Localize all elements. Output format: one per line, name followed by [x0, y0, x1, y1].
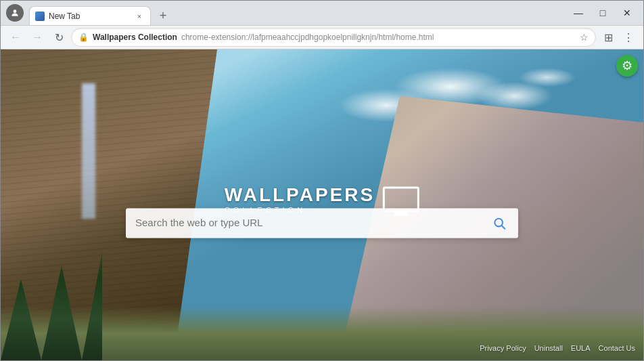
waterfall — [82, 83, 95, 219]
window-controls: — □ ✕ — [568, 5, 638, 21]
extensions-button[interactable]: ⊞ — [599, 28, 618, 47]
uninstall-link[interactable]: Uninstall — [534, 344, 563, 352]
tab-favicon — [35, 12, 45, 21]
settings-button[interactable]: ⚙ — [616, 55, 638, 77]
search-input[interactable] — [135, 217, 490, 228]
active-tab[interactable]: New Tab × — [29, 6, 151, 25]
search-container — [126, 208, 518, 238]
title-bar: New Tab × + — □ ✕ — [1, 1, 643, 25]
reload-button[interactable]: ↻ — [49, 28, 68, 47]
svg-line-2 — [502, 226, 505, 229]
settings-gear-icon: ⚙ — [622, 58, 632, 73]
secure-icon: 🔒 — [78, 33, 89, 42]
search-submit-button[interactable] — [490, 213, 509, 232]
new-tab-button[interactable]: + — [154, 6, 172, 25]
toolbar-right: ⊞ ⋮ — [599, 28, 638, 47]
close-button[interactable]: ✕ — [616, 5, 638, 21]
maximize-button[interactable]: □ — [592, 5, 614, 21]
menu-button[interactable]: ⋮ — [619, 28, 638, 47]
svg-point-0 — [14, 9, 17, 13]
contact-us-link[interactable]: Contact Us — [599, 344, 635, 352]
back-button[interactable]: ← — [6, 28, 25, 47]
main-content: ⚙ WALLPAPERS COLLECTION — [1, 49, 643, 360]
privacy-policy-link[interactable]: Privacy Policy — [480, 344, 526, 352]
minimize-button[interactable]: — — [568, 5, 589, 21]
url-display: chrome-extension://lafpmeaahccjpdhgopkoe… — [181, 33, 576, 42]
site-name: Wallpapers Collection — [93, 33, 177, 42]
tab-strip: New Tab × + — [29, 1, 565, 25]
tab-close-button[interactable]: × — [134, 11, 145, 22]
forward-button[interactable]: → — [28, 28, 47, 47]
omnibox[interactable]: 🔒 Wallpapers Collection chrome-extension… — [71, 28, 596, 47]
account-icon[interactable] — [6, 4, 24, 22]
search-box — [126, 208, 518, 238]
chrome-window: New Tab × + — □ ✕ ← → ↻ 🔒 Wallpapers Col… — [0, 0, 644, 361]
bookmark-icon[interactable]: ☆ — [580, 32, 589, 43]
search-icon — [492, 216, 506, 230]
logo-line1: WALLPAPERS — [225, 185, 375, 204]
tab-title: New Tab — [49, 12, 130, 21]
toolbar: ← → ↻ 🔒 Wallpapers Collection chrome-ext… — [1, 25, 643, 49]
eula-link[interactable]: EULA — [571, 344, 591, 352]
footer-links: Privacy Policy Uninstall EULA Contact Us — [480, 344, 635, 352]
